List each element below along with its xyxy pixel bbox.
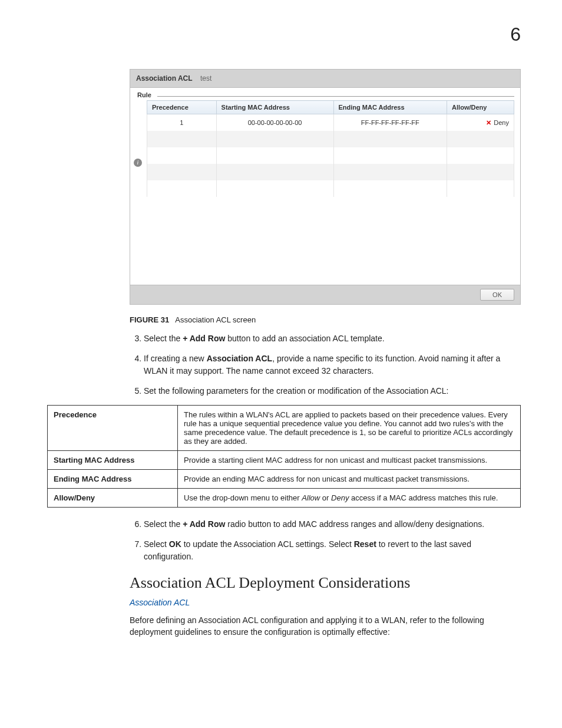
param-row-allowdeny: Allow/Deny Use the drop-down menu to eit… xyxy=(48,489,521,508)
info-icon[interactable]: i xyxy=(134,159,142,167)
param-val: Provide an ending MAC address for non un… xyxy=(178,470,521,489)
param-table: Precedence The rules within a WLAN's ACL… xyxy=(47,405,521,508)
rule-table[interactable]: Precedence Starting MAC Address Ending M… xyxy=(147,100,514,197)
param-val: Use the drop-down menu to either Allow o… xyxy=(178,489,521,508)
acl-titlebar: Association ACL test xyxy=(130,70,520,88)
param-row-starting: Starting MAC Address Provide a starting … xyxy=(48,451,521,470)
step-6: Select the + Add Row radio button to add… xyxy=(144,518,518,530)
param-key: Ending MAC Address xyxy=(48,470,178,489)
col-precedence[interactable]: Precedence xyxy=(147,101,217,114)
section-para: Before defining an Association ACL confi… xyxy=(130,614,521,638)
table-row[interactable] xyxy=(147,131,514,147)
table-row[interactable] xyxy=(147,164,514,180)
ok-button[interactable]: OK xyxy=(480,289,514,301)
param-row-precedence: Precedence The rules within a WLAN's ACL… xyxy=(48,406,521,451)
step-3: Select the + Add Row button to add an as… xyxy=(144,332,518,344)
cell-starting: 00-00-00-00-00-00 xyxy=(216,114,333,131)
cell-precedence: 1 xyxy=(147,114,217,131)
acl-panel: Association ACL test i Rule Precedence S… xyxy=(130,69,521,305)
figure-label: FIGURE 31 xyxy=(130,315,169,324)
section-heading: Association ACL Deployment Consideration… xyxy=(130,574,521,592)
rule-legend: Rule xyxy=(136,91,153,98)
param-val: Provide a starting client MAC address fo… xyxy=(178,451,521,470)
acl-footer: OK xyxy=(130,285,520,304)
param-row-ending: Ending MAC Address Provide an ending MAC… xyxy=(48,470,521,489)
section-link[interactable]: Association ACL xyxy=(130,598,521,607)
cell-allowdeny[interactable]: ✕Deny xyxy=(447,114,514,131)
acl-title: Association ACL xyxy=(136,74,193,83)
table-row[interactable]: 1 00-00-00-00-00-00 FF-FF-FF-FF-FF-FF ✕D… xyxy=(147,114,514,131)
param-val: The rules within a WLAN's ACL are applie… xyxy=(178,406,521,451)
page-number: 6 xyxy=(47,24,521,45)
cell-ending: FF-FF-FF-FF-FF-FF xyxy=(333,114,447,131)
deny-x-icon: ✕ xyxy=(486,119,491,126)
table-row[interactable] xyxy=(147,180,514,197)
col-ending-mac[interactable]: Ending MAC Address xyxy=(333,101,447,114)
figure-caption: FIGURE 31 Association ACL screen xyxy=(130,315,521,324)
param-key: Starting MAC Address xyxy=(48,451,178,470)
step-5: Set the following parameters for the cre… xyxy=(144,385,518,397)
param-key: Precedence xyxy=(48,406,178,451)
steps-list-b: Select the + Add Row radio button to add… xyxy=(130,518,521,562)
step-4: If creating a new Association ACL, provi… xyxy=(144,353,518,377)
acl-name: test xyxy=(200,74,211,83)
table-row[interactable] xyxy=(147,147,514,164)
col-allow-deny[interactable]: Allow/Deny xyxy=(447,101,514,114)
steps-list-a: Select the + Add Row button to add an as… xyxy=(130,332,521,397)
step-7: Select OK to update the Association ACL … xyxy=(144,538,518,562)
param-key: Allow/Deny xyxy=(48,489,178,508)
col-starting-mac[interactable]: Starting MAC Address xyxy=(216,101,333,114)
allowdeny-value: Deny xyxy=(494,119,509,126)
acl-body: i Rule Precedence Starting MAC Address E… xyxy=(130,88,520,285)
figure-text: Association ACL screen xyxy=(175,315,256,324)
